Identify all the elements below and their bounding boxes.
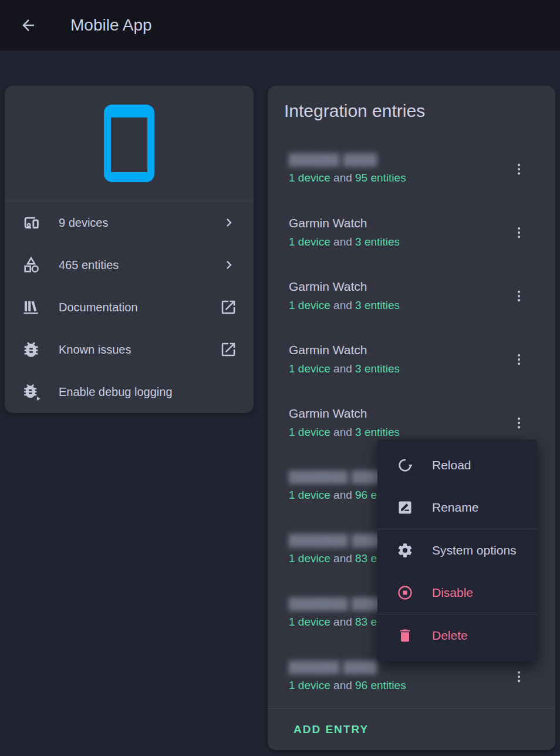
- entry-context-menu: ReloadRenameSystem optionsDisableDelete: [377, 439, 537, 661]
- menu-item-disable[interactable]: Disable: [377, 572, 537, 614]
- entries-card-title: Integration entries: [268, 86, 555, 137]
- entry-summary: 1 device and 95 entities: [289, 172, 406, 184]
- entry-name: Garmin Watch: [289, 280, 400, 294]
- cog-icon: [397, 542, 413, 559]
- device-count-link[interactable]: 1 device: [289, 362, 330, 375]
- bookshelf-icon: [21, 297, 41, 317]
- entity-count-link[interactable]: 3 entities: [355, 426, 400, 438]
- page-title: Mobile App: [70, 16, 152, 35]
- entry-name: Garmin Watch: [289, 406, 400, 421]
- open-in-new-icon: [220, 341, 237, 358]
- kebab-icon: [510, 351, 528, 368]
- entry-menu-button[interactable]: [505, 219, 533, 247]
- entity-count-link[interactable]: 96 entities: [355, 679, 406, 691]
- reload-icon: [397, 457, 413, 473]
- entity-count-link[interactable]: 3 entities: [355, 299, 400, 311]
- summary-joiner: and: [330, 679, 355, 691]
- kebab-icon: [510, 414, 528, 432]
- entry-text: ██████ ████1 device and 96 entities: [289, 661, 406, 692]
- entry-menu-button[interactable]: [505, 345, 533, 374]
- integration-entry: Garmin Watch1 device and 3 entities: [268, 201, 555, 264]
- device-count-link[interactable]: 1 device: [289, 679, 330, 691]
- menu-item-label: Reload: [432, 458, 471, 472]
- menu-item-reload[interactable]: Reload: [377, 444, 537, 486]
- info-link-known-issues[interactable]: Known issues: [5, 328, 254, 371]
- device-count-link[interactable]: 1 device: [289, 172, 330, 184]
- entry-menu-button[interactable]: [505, 663, 533, 691]
- menu-item-delete[interactable]: Delete: [377, 614, 537, 657]
- cellphone-icon: [104, 105, 154, 182]
- info-link-documentation[interactable]: Documentation: [5, 286, 254, 328]
- summary-joiner: and: [330, 616, 355, 628]
- device-count-link[interactable]: 1 device: [289, 236, 330, 248]
- entries-footer: ADD ENTRY: [268, 708, 555, 750]
- summary-joiner: and: [330, 236, 355, 248]
- info-link-label: Enable debug logging: [59, 385, 173, 399]
- menu-item-label: Disable: [432, 586, 473, 600]
- kebab-icon: [510, 224, 528, 241]
- entry-menu-button[interactable]: [505, 409, 533, 437]
- delete-icon: [397, 627, 413, 644]
- entry-summary: 1 device and 96 entities: [289, 679, 406, 692]
- device-count-link[interactable]: 1 device: [289, 616, 330, 628]
- integration-icon-area: [5, 86, 254, 201]
- entry-menu-button[interactable]: [505, 282, 533, 310]
- entry-name: Garmin Watch: [289, 343, 400, 357]
- entry-summary: 1 device and 3 entities: [289, 299, 400, 312]
- menu-item-label: Rename: [432, 500, 478, 515]
- menu-item-system-options[interactable]: System options: [377, 529, 537, 572]
- entry-name-redacted: ██████ ████: [289, 153, 406, 166]
- device-count-link[interactable]: 1 device: [289, 552, 330, 565]
- device-count-link[interactable]: 1 device: [289, 489, 330, 501]
- summary-joiner: and: [330, 552, 355, 565]
- summary-joiner: and: [330, 489, 355, 501]
- bug-icon: [21, 340, 41, 359]
- rename-icon: [397, 499, 413, 516]
- entry-name: Garmin Watch: [289, 216, 400, 230]
- entity-count-link[interactable]: 95 entities: [355, 172, 406, 184]
- entry-text: ██████ ████1 device and 95 entities: [289, 153, 406, 184]
- kebab-icon: [510, 287, 528, 305]
- menu-item-rename[interactable]: Rename: [377, 486, 537, 529]
- summary-joiner: and: [330, 172, 355, 184]
- entry-summary: 1 device and 3 entities: [289, 236, 400, 248]
- info-links: 9 devices465 entitiesDocumentationKnown …: [5, 201, 254, 413]
- entry-summary: 1 device and 3 entities: [289, 426, 400, 439]
- shapes-icon: [21, 255, 41, 275]
- entry-text: Garmin Watch1 device and 3 entities: [289, 280, 400, 312]
- entry-text: Garmin Watch1 device and 3 entities: [289, 406, 400, 439]
- info-link-entities[interactable]: 465 entities: [5, 244, 254, 286]
- back-button[interactable]: [14, 11, 42, 39]
- summary-joiner: and: [330, 362, 355, 375]
- device-count-link[interactable]: 1 device: [289, 299, 330, 311]
- entry-text: Garmin Watch1 device and 3 entities: [289, 343, 400, 375]
- menu-item-label: System options: [432, 543, 517, 557]
- entry-menu-button[interactable]: [505, 155, 533, 183]
- info-link-label: 465 entities: [59, 258, 119, 272]
- stop-circle-icon: [397, 584, 413, 601]
- chevron-right-icon: [221, 214, 237, 231]
- entity-count-link[interactable]: 3 entities: [355, 362, 400, 375]
- info-link-debug-logging[interactable]: Enable debug logging: [5, 371, 254, 413]
- entity-count-link[interactable]: 3 entities: [355, 236, 400, 248]
- integration-entry: Garmin Watch1 device and 3 entities: [268, 328, 555, 391]
- info-link-devices[interactable]: 9 devices: [5, 201, 254, 244]
- info-link-label: Known issues: [59, 343, 131, 357]
- entry-text: Garmin Watch1 device and 3 entities: [289, 216, 400, 248]
- info-link-label: Documentation: [59, 301, 138, 314]
- integration-entry: ██████ ████1 device and 95 entities: [268, 137, 555, 201]
- menu-item-label: Delete: [432, 629, 468, 643]
- integration-entry: Garmin Watch1 device and 3 entities: [268, 264, 555, 328]
- kebab-icon: [510, 668, 528, 686]
- kebab-icon: [510, 160, 528, 178]
- info-link-label: 9 devices: [59, 216, 109, 230]
- chevron-right-icon: [221, 257, 237, 273]
- summary-joiner: and: [330, 426, 355, 438]
- app-bar: Mobile App: [0, 0, 560, 51]
- device-count-link[interactable]: 1 device: [289, 426, 330, 438]
- add-entry-button[interactable]: ADD ENTRY: [289, 717, 373, 742]
- integration-info-card: 9 devices465 entitiesDocumentationKnown …: [5, 86, 254, 413]
- summary-joiner: and: [330, 299, 355, 311]
- entry-name-redacted: ██████ ████: [289, 661, 406, 674]
- entry-summary: 1 device and 3 entities: [289, 362, 400, 375]
